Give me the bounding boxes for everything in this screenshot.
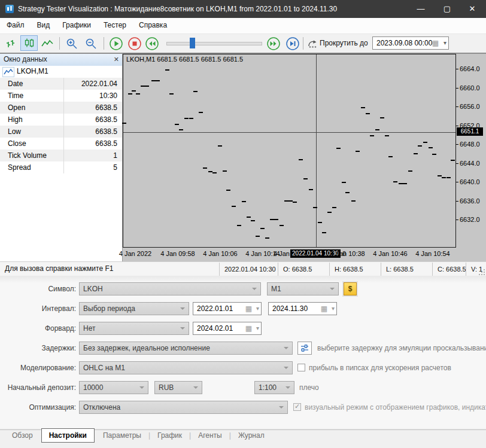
price-dash: [175, 124, 179, 125]
price-axis[interactable]: 6651.1 6664.06660.06656.06652.06648.0664…: [456, 54, 486, 260]
close-button[interactable]: ✕: [462, 0, 482, 18]
price-dash: [141, 86, 145, 87]
settings-form: Символ: LKOH M1 $ Интервал: Выбор период…: [0, 276, 486, 428]
chevron-down-icon: [284, 347, 288, 349]
maximize-button[interactable]: ▢: [437, 0, 457, 18]
symbol-select[interactable]: LKOH: [79, 282, 261, 295]
currency-value: RUB: [159, 382, 174, 394]
stop-icon: [127, 36, 142, 51]
profit-pips-checkbox[interactable]: [297, 364, 305, 371]
tab-parameters[interactable]: Параметры: [96, 428, 148, 443]
chevron-down-icon: [180, 307, 185, 310]
forward-date-field[interactable]: 2024.02.01 ▦ ▾: [193, 322, 262, 335]
price-dash: [322, 232, 326, 233]
chevron-down-icon: [285, 386, 290, 389]
zoom-in-button[interactable]: [64, 36, 80, 51]
menu-item-charts[interactable]: Графики: [56, 18, 97, 33]
price-dash: [299, 159, 303, 160]
currency-select[interactable]: RUB: [154, 381, 202, 394]
price-dash: [327, 212, 332, 213]
line-chart-button[interactable]: [40, 36, 55, 51]
stop-button[interactable]: [127, 36, 142, 51]
interval-select-value: Выбор периода: [83, 303, 135, 315]
tab-overview[interactable]: Обзор: [5, 428, 40, 443]
skip-to-end-button[interactable]: [285, 36, 300, 51]
candles-chart-button[interactable]: [20, 35, 38, 51]
forward-select[interactable]: Нет: [79, 322, 189, 335]
calendar-icon: ▦: [245, 303, 252, 315]
delays-label: Задержки:: [0, 342, 76, 355]
rewind-icon: [145, 36, 159, 51]
visual-mode-label: визуальный режим с отображением графиков…: [305, 401, 486, 414]
price-dash: [247, 217, 251, 218]
menu-item-help[interactable]: Справка: [133, 18, 173, 33]
time-axis[interactable]: 2022.01.04 10:30 0 4 Jan 20224 Jan 09:58…: [123, 248, 485, 260]
interval-select[interactable]: Выбор периода: [79, 302, 189, 315]
chart-plot[interactable]: LKOH,M1 6681.5 6681.5 6681.5 6681.5: [123, 54, 456, 248]
tab-settings[interactable]: Настройки: [41, 428, 95, 443]
data-row-high: High6638.5: [0, 114, 122, 126]
optimization-select[interactable]: Отключена: [79, 401, 288, 414]
speed-slider-handle[interactable]: [190, 38, 195, 48]
data-window-close-icon[interactable]: ✕: [114, 54, 119, 65]
rewind-button[interactable]: [144, 36, 160, 51]
time-tick-label: 4 Jan 10:46: [373, 250, 408, 257]
data-row-value: 5: [113, 161, 117, 173]
chevron-down-icon: [252, 288, 257, 290]
price-tick-label: 6632.0: [460, 216, 480, 223]
date-from-field[interactable]: 2022.01.01 ▦ ▾: [193, 302, 262, 315]
price-dash: [132, 90, 136, 92]
leverage-select[interactable]: 1:100: [254, 381, 294, 394]
visual-mode-checkbox[interactable]: [293, 403, 301, 411]
price-dash: [122, 123, 126, 124]
date-to-field[interactable]: 2024.11.30 ▦ ▾: [268, 302, 337, 315]
deposit-select[interactable]: 10000: [79, 381, 148, 394]
date-to-value: 2024.11.30: [272, 303, 308, 315]
price-dash: [270, 219, 274, 220]
fast-forward-button[interactable]: [266, 36, 281, 51]
data-row-low: Low6638.5: [0, 126, 122, 138]
tab-agents[interactable]: Агенты: [191, 428, 229, 443]
chevron-down-icon: [180, 327, 185, 330]
price-dash: [136, 93, 140, 95]
menu-item-tester[interactable]: Тестер: [98, 18, 132, 33]
delays-settings-button[interactable]: [297, 342, 312, 355]
modeling-select[interactable]: OHLC на M1: [79, 361, 293, 374]
speed-slider-track[interactable]: [166, 42, 262, 45]
optimization-value: Отключена: [83, 401, 120, 413]
symbol-select-value: LKOH: [83, 283, 103, 295]
interval-label: Интервал:: [0, 302, 76, 315]
chart-area[interactable]: LKOH,M1 6681.5 6681.5 6681.5 6681.5 6651…: [123, 54, 486, 261]
price-dash: [380, 117, 384, 118]
price-dash: [442, 177, 446, 178]
data-row-value: 1: [113, 150, 117, 161]
price-dash: [403, 183, 407, 184]
symbol-properties-button[interactable]: $: [344, 282, 357, 295]
status-help-text: Для вызова справки нажмите F1: [5, 262, 113, 276]
tab-graph[interactable]: График: [150, 428, 189, 443]
price-dash: [145, 86, 149, 87]
data-row-value: 10:30: [99, 90, 117, 102]
title-bar: Strategy Tester Visualization : Матожида…: [0, 0, 486, 18]
minimize-button[interactable]: —: [411, 0, 431, 18]
calendar-icon: ▦: [245, 322, 252, 334]
price-tick: [456, 88, 458, 89]
scroll-to-datetime-select[interactable]: 2023.09.08 00:00 ▦ ▾: [372, 36, 449, 50]
price-tick-label: 6652.0: [460, 122, 480, 129]
data-window-header: Окно данных ✕: [0, 54, 122, 66]
tab-journal[interactable]: Журнал: [231, 428, 272, 443]
play-button[interactable]: [108, 36, 124, 51]
symbol-line-icon: [2, 67, 14, 77]
price-tick-label: 6644.0: [460, 160, 480, 167]
zoom-out-button[interactable]: [83, 36, 99, 51]
delays-select[interactable]: Без задержек, идеальное исполнение: [79, 342, 293, 355]
data-window-symbol-row[interactable]: LKOH,M1: [0, 66, 122, 78]
menu-item-file[interactable]: Файл: [1, 18, 31, 33]
bars-chart-button[interactable]: [3, 36, 19, 51]
scroll-to-icon: [305, 36, 321, 51]
data-window-panel: Окно данных ✕ LKOH,M1 Date2022.01.04Time…: [0, 54, 123, 261]
period-select[interactable]: M1: [267, 282, 339, 295]
chevron-down-icon: [193, 386, 198, 389]
menu-item-view[interactable]: Вид: [31, 18, 56, 33]
main-area: Окно данных ✕ LKOH,M1 Date2022.01.04Time…: [0, 54, 486, 261]
